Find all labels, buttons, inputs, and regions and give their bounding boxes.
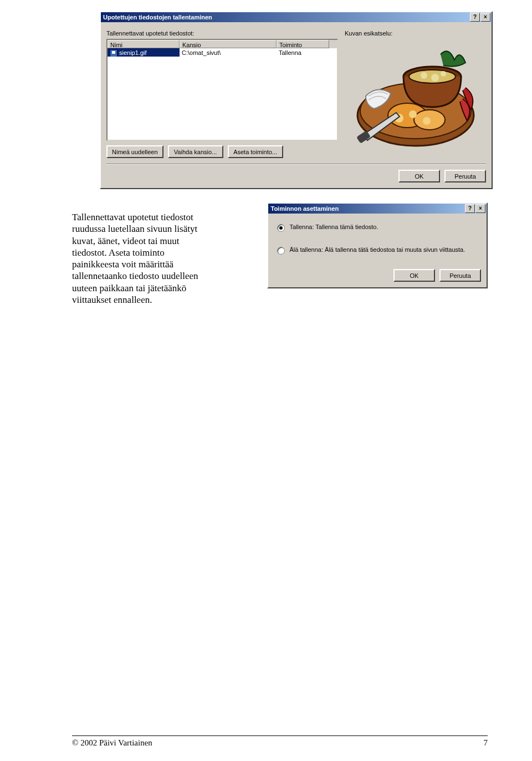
- radio-option-dont-save[interactable]: Älä tallenna: Älä tallenna tätä tiedosto…: [277, 246, 481, 255]
- radio-label: Tallenna: Tallenna tämä tiedosto.: [289, 224, 378, 230]
- svg-point-6: [441, 71, 446, 77]
- svg-point-10: [409, 110, 417, 118]
- dialog-set-action: Toiminnon asettaminen ? × Tallenna: Tall…: [267, 202, 488, 288]
- cell-action: Tallenna: [277, 48, 329, 57]
- preview-image: [352, 43, 479, 154]
- svg-point-5: [431, 74, 439, 82]
- file-icon: [110, 49, 117, 57]
- radio-label: Älä tallenna: Älä tallenna tätä tiedosto…: [289, 246, 465, 253]
- close-button[interactable]: ×: [480, 13, 490, 22]
- close-button[interactable]: ×: [475, 204, 485, 213]
- svg-point-4: [421, 72, 427, 79]
- col-name[interactable]: Nimi: [108, 40, 180, 48]
- title-text: Upotettujen tiedostojen tallentaminen: [103, 12, 470, 22]
- titlebar[interactable]: Toiminnon asettaminen ? ×: [268, 204, 487, 214]
- ok-button[interactable]: OK: [393, 269, 435, 282]
- radio-icon: [277, 224, 285, 232]
- cancel-button[interactable]: Peruuta: [439, 269, 481, 282]
- dialog-save-embedded-files: Upotettujen tiedostojen tallentaminen ? …: [100, 11, 493, 189]
- cell-folder: C:\omat_sivut\: [180, 48, 277, 57]
- footer-copyright: © 2002 Päivi Vartiainen: [72, 738, 152, 748]
- help-button[interactable]: ?: [465, 204, 475, 213]
- label-files: Tallennettavat upotetut tiedostot:: [106, 30, 338, 37]
- col-folder[interactable]: Kansio: [180, 40, 277, 48]
- col-action[interactable]: Toiminto: [277, 40, 329, 48]
- doc-paragraph: Tallennettavat upotetut tiedostot ruudus…: [72, 211, 257, 306]
- title-text: Toiminnon asettaminen: [270, 204, 465, 214]
- change-folder-button[interactable]: Vaihda kansio...: [168, 145, 223, 158]
- help-button[interactable]: ?: [470, 13, 480, 22]
- radio-icon: [277, 247, 285, 255]
- cancel-button[interactable]: Peruuta: [444, 170, 486, 182]
- set-action-button[interactable]: Aseta toiminto...: [228, 145, 283, 158]
- preview-box: [345, 39, 486, 158]
- footer-page-number: 7: [484, 738, 488, 748]
- file-list[interactable]: Nimi Kansio Toiminto sienip1.gif C:\omat…: [106, 39, 338, 141]
- label-preview: Kuvan esikatselu:: [345, 30, 486, 37]
- ok-button[interactable]: OK: [398, 170, 440, 182]
- svg-point-11: [423, 117, 431, 125]
- cell-name: sienip1.gif: [108, 48, 180, 57]
- radio-option-save[interactable]: Tallenna: Tallenna tämä tiedosto.: [277, 224, 481, 232]
- rename-button[interactable]: Nimeä uudelleen: [106, 145, 163, 158]
- table-row[interactable]: sienip1.gif C:\omat_sivut\ Tallenna: [108, 48, 337, 57]
- list-header: Nimi Kansio Toiminto: [108, 40, 337, 48]
- page-footer: © 2002 Päivi Vartiainen 7: [72, 735, 488, 748]
- titlebar[interactable]: Upotettujen tiedostojen tallentaminen ? …: [101, 12, 492, 22]
